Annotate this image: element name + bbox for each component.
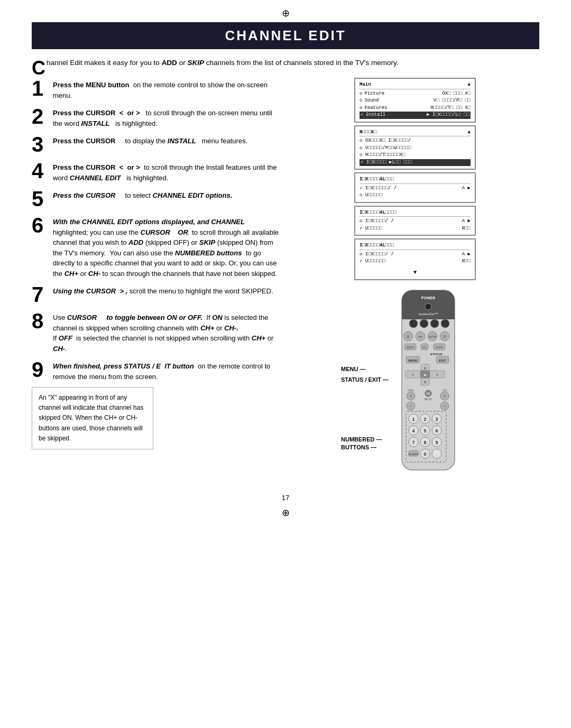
tv-screen-1: Main▲ ◇PictureOX□ □□□ X□ ◇SoundV□ □□□□/P… [354,78,476,123]
svg-text:6: 6 [435,428,438,434]
svg-text:POWER: POWER [421,296,435,300]
tv-screen-5: I□X□□□□4L□□□ ◇ I□X□□□□/ /A ▶ ✓ U□□□□□□R□… [354,238,476,280]
step-4: 4 Press the CURSOR < or > to scroll thro… [32,160,280,183]
step-8-number: 8 [32,310,49,331]
tv-screen-2: N□□□X□▲ ◇ OX□□□X□ I□X□□□□/ ◇ V□□□□□/P□□U… [354,125,476,170]
svg-text:∨: ∨ [423,380,427,384]
step-6-content: With the CHANNEL EDIT options displayed,… [53,215,280,279]
intro-body: hannel Edit makes it easy for you to ADD… [47,59,398,67]
tv-screen-3: I□X□□□□4L□□□ ✓ I□X□□□□□/ /A ▶ ◇ U□□□□□ [354,172,476,203]
svg-text:5: 5 [423,428,426,434]
step-3: 3 Press the CURSOR to display the INSTAL… [32,134,280,155]
svg-text:∧: ∧ [423,366,427,371]
step-7-content: Using the CURSOR > , scroll the menu to … [53,284,273,297]
page-number: 17 [0,494,571,502]
step-3-number: 3 [32,134,49,155]
svg-text:QuadraSurf™: QuadraSurf™ [418,312,438,316]
step-2-number: 2 [32,106,49,127]
step-1-content: Press the MENU button on the remote cont… [53,78,280,100]
svg-text:9: 9 [435,440,438,445]
step-1: 1 Press the MENU button on the remote co… [32,78,280,100]
svg-text:MENU: MENU [408,359,418,362]
step-2: 2 Press the CURSOR < or > to scroll thro… [32,106,280,128]
page-title: CHANNEL EDIT [32,27,539,44]
numbered-buttons-label: NUMBERED —BUTTONS — [341,436,382,452]
svg-text:<: < [412,372,415,377]
svg-point-7 [420,319,428,328]
step-9: 9 When finished, press STATUS / E IT but… [32,359,280,382]
step-6-number: 6 [32,215,49,236]
svg-text:AUTO: AUTO [436,346,443,349]
svg-text:4: 4 [412,428,415,434]
svg-text:EXIT: EXIT [439,359,446,362]
step-3-content: Press the CURSOR to display the INSTALL … [53,134,247,146]
step-5-content: Press the CURSOR to select CHANNEL EDIT … [53,188,232,201]
remote-container: MENU — STATUS / EXIT — NUMBERED —BUTTONS… [341,288,489,489]
step-9-content: When finished, press STATUS / E IT butto… [53,359,280,382]
right-column: Main▲ ◇PictureOX□ □□□ X□ ◇SoundV□ □□□□/P… [291,78,539,489]
svg-text:AV: AV [418,335,422,338]
svg-text:−: − [410,404,412,409]
tv-screen-4: I□X□□□□4L□□□□ ◇ I□X□□□□/ /A ▶ ✓ U□□□□□R□… [354,206,476,236]
step-4-content: Press the CURSOR < or > to scroll throug… [53,160,280,183]
svg-text:+: + [410,394,412,398]
svg-text:STATUS: STATUS [430,353,442,356]
svg-text:VOL: VOL [408,389,415,392]
svg-point-4 [425,303,431,310]
svg-point-74 [432,449,441,458]
svg-text:M: M [427,392,430,395]
svg-text:⊙: ⊙ [407,335,410,338]
drop-cap: C [32,59,45,78]
svg-text:■: ■ [424,373,426,376]
svg-text:+: + [444,394,446,398]
step-7-number: 7 [32,284,49,305]
tv-screens-container: Main▲ ◇PictureOX□ □□□ X□ ◇SoundV□ □□□□/P… [354,78,476,280]
svg-text:−: − [444,404,446,409]
svg-text:CC: CC [422,346,427,349]
svg-text:A/CH: A/CH [429,335,436,338]
svg-text:CH: CH [443,389,447,392]
step-6: 6 With the CHANNEL EDIT options displaye… [32,215,280,279]
step-7: 7 Using the CURSOR > , scroll the menu t… [32,284,280,305]
svg-point-9 [441,319,449,328]
svg-text:3: 3 [435,417,438,422]
svg-text:7: 7 [412,440,415,445]
svg-text:>: > [436,372,439,377]
steps-column: 1 Press the MENU button on the remote co… [32,78,280,489]
intro-text: C hannel Edit makes it easy for you to A… [32,58,539,68]
step-4-number: 4 [32,160,49,181]
compass-bottom-icon: ⊕ [282,508,290,518]
svg-text:SLEEP: SLEEP [408,453,418,456]
step-5: 5 Press the CURSOR to select CHANNEL EDI… [32,188,280,209]
step-8-content: Use CURSOR to toggle between ON or OFF. … [53,310,280,354]
step-1-number: 1 [32,78,49,99]
page-header: CHANNEL EDIT [32,22,539,49]
svg-text:MUTE: MUTE [425,398,432,401]
remote-svg-wrapper: POWER QuadraSurf™ ⊙ AV [391,288,465,485]
step-8: 8 Use CURSOR to toggle between ON or OFF… [32,310,280,354]
svg-text:2: 2 [423,417,426,422]
svg-point-6 [409,319,418,328]
svg-text:0: 0 [423,451,426,457]
svg-point-8 [430,319,439,328]
note-text: An "X" appearing in front of any channel… [39,394,143,442]
compass-top-icon: ⊕ [282,8,290,19]
note-box: An "X" appearing in front of any channel… [32,387,153,449]
step-5-number: 5 [32,188,49,209]
svg-text:1: 1 [412,417,415,422]
svg-text:⊙: ⊙ [443,335,446,338]
menu-label: MENU — [341,366,365,372]
svg-text:AUTO: AUTO [407,346,414,349]
step-2-content: Press the CURSOR < or > to scroll throug… [53,106,280,128]
svg-text:8: 8 [423,440,426,445]
status-exit-label: STATUS / EXIT — [341,376,389,383]
step-9-number: 9 [32,359,49,380]
